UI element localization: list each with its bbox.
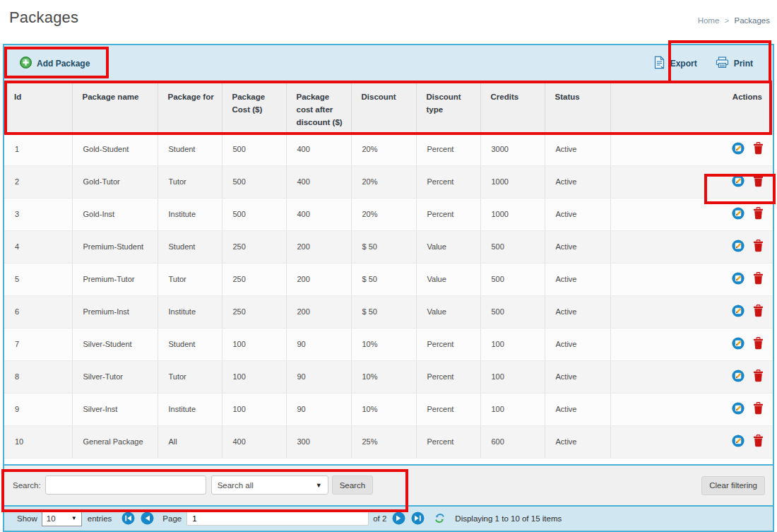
cell-credits: 500 [480, 295, 545, 328]
cell-discount-type: Percent [416, 198, 480, 230]
last-page-button[interactable] [411, 512, 425, 525]
cell-credits: 3000 [480, 133, 545, 165]
edit-package-button[interactable] [732, 207, 745, 221]
cell-package-cost: 100 [222, 360, 286, 393]
cell-discount: 10% [351, 393, 416, 425]
delete-package-button[interactable] [753, 305, 764, 319]
table-bottom-gap [4, 459, 773, 464]
table-row: 8Silver-TutorTutor1009010%Percent100Acti… [4, 360, 773, 393]
delete-package-button[interactable] [753, 142, 764, 156]
print-label: Print [734, 59, 753, 69]
entries-per-page-select[interactable]: 10 ▼ [42, 511, 82, 526]
export-button[interactable]: Export [653, 56, 697, 72]
cell-package-for: Tutor [158, 165, 222, 198]
cell-package-cost: 500 [222, 165, 286, 198]
cell-id: 2 [4, 165, 72, 198]
cell-discount-type: Percent [416, 133, 480, 165]
cell-package-name: Gold-Tutor [72, 165, 158, 198]
delete-package-button[interactable] [753, 435, 764, 449]
cell-status: Active [545, 295, 610, 328]
table-row: 2Gold-TutorTutor50040020%Percent1000Acti… [4, 165, 773, 198]
search-field-selected-value: Search all [218, 481, 254, 490]
cell-status: Active [545, 328, 610, 360]
add-package-label: Add Package [37, 59, 90, 69]
cell-discount: 20% [351, 198, 416, 230]
cell-actions [610, 360, 773, 393]
column-header-credits: Credits [480, 82, 545, 133]
cell-id: 8 [4, 360, 72, 393]
cell-package-for: Student [158, 230, 222, 263]
cell-credits: 1000 [480, 165, 545, 198]
table-row: 10General PackageAll40030025%Percent600A… [4, 425, 773, 458]
edit-package-button[interactable] [732, 175, 745, 189]
breadcrumb-home-link[interactable]: Home [698, 16, 720, 25]
cell-id: 3 [4, 198, 72, 230]
clear-filtering-button[interactable]: Clear filtering [701, 476, 765, 495]
cell-credits: 100 [480, 393, 545, 425]
print-button[interactable]: Print [716, 57, 753, 71]
delete-package-button[interactable] [753, 337, 764, 351]
cell-package-for: Student [158, 133, 222, 165]
column-header-status: Status [545, 82, 610, 133]
table-row: 3Gold-InstInstitute50040020%Percent1000A… [4, 198, 773, 230]
cell-cost-after-discount: 400 [286, 133, 351, 165]
delete-package-button[interactable] [753, 402, 764, 416]
cell-credits: 600 [480, 425, 545, 458]
next-page-button[interactable] [392, 512, 405, 525]
search-input[interactable] [45, 475, 206, 495]
delete-package-button[interactable] [753, 370, 764, 384]
add-package-button[interactable]: Add Package [20, 57, 90, 71]
search-field-select[interactable]: Search all ▼ [211, 475, 328, 495]
edit-package-button[interactable] [732, 240, 745, 254]
cell-discount: 20% [351, 133, 416, 165]
show-label: Show [17, 514, 37, 523]
cell-cost-after-discount: 90 [286, 393, 351, 425]
column-header-discount-type: Discount type [416, 82, 480, 133]
edit-package-button[interactable] [732, 142, 745, 156]
column-header-package-for: Package for [158, 82, 222, 133]
refresh-icon[interactable] [434, 512, 446, 524]
cell-discount-type: Percent [416, 360, 480, 393]
column-header-cost-after-discount: Package cost after discount ($) [286, 82, 351, 133]
cell-cost-after-discount: 90 [286, 360, 351, 393]
toolbar: Add Package Export [4, 45, 773, 82]
cell-actions [610, 165, 773, 198]
cell-cost-after-discount: 400 [286, 198, 351, 230]
delete-package-button[interactable] [753, 272, 764, 286]
cell-discount: $ 50 [351, 230, 416, 263]
cell-discount-type: Percent [416, 328, 480, 360]
table-row: 7Silver-StudentStudent1009010%Percent100… [4, 328, 773, 360]
search-label: Search: [13, 481, 41, 490]
delete-package-button[interactable] [753, 207, 764, 221]
edit-package-button[interactable] [732, 305, 745, 319]
delete-package-button[interactable] [753, 175, 764, 189]
cell-actions [610, 425, 773, 458]
column-header-actions: Actions [610, 82, 773, 133]
cell-id: 6 [4, 295, 72, 328]
cell-package-cost: 500 [222, 133, 286, 165]
cell-id: 10 [4, 425, 72, 458]
page-count-label: of 2 [373, 514, 386, 523]
cell-actions [610, 133, 773, 165]
edit-package-button[interactable] [732, 435, 745, 449]
cell-id: 5 [4, 263, 72, 295]
cell-package-name: Premium-Tutor [72, 263, 158, 295]
breadcrumb-separator: > [725, 16, 730, 25]
page-number-input[interactable] [186, 511, 369, 526]
edit-package-button[interactable] [732, 272, 745, 286]
cell-actions [610, 263, 773, 295]
previous-page-button[interactable] [141, 512, 154, 525]
cell-credits: 100 [480, 328, 545, 360]
edit-package-button[interactable] [732, 370, 745, 384]
first-page-button[interactable] [121, 512, 135, 525]
cell-package-cost: 400 [222, 425, 286, 458]
delete-package-button[interactable] [753, 240, 764, 254]
cell-package-cost: 250 [222, 295, 286, 328]
print-printer-icon [716, 57, 729, 71]
cell-cost-after-discount: 200 [286, 295, 351, 328]
search-button[interactable]: Search [332, 475, 373, 495]
edit-package-button[interactable] [732, 402, 745, 416]
page-label: Page [162, 514, 182, 523]
cell-discount: 25% [351, 425, 416, 458]
edit-package-button[interactable] [732, 337, 745, 351]
